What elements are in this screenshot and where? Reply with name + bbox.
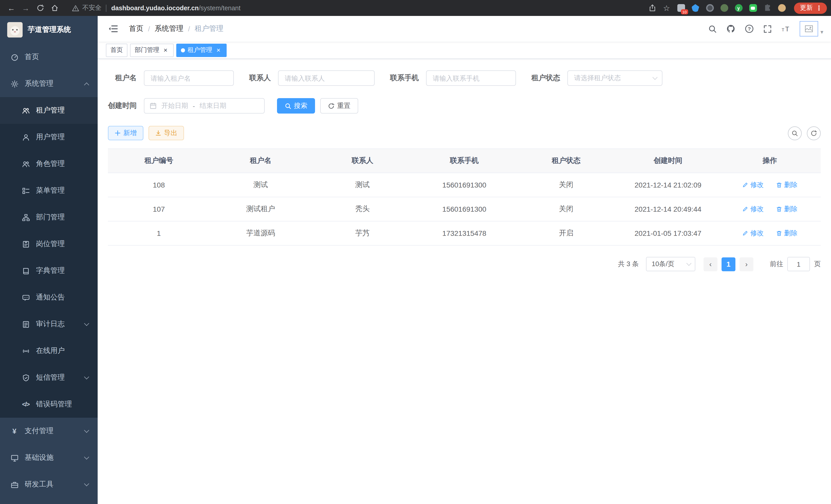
browser-address-bar[interactable]: 不安全 dashboard.yudao.iocoder.cn/system/te… [67, 1, 643, 14]
cell-status: 关闭 [515, 173, 617, 197]
extension-puzzle-icon[interactable] [763, 4, 772, 12]
font-size-icon[interactable]: TT [777, 24, 796, 33]
share-icon[interactable] [648, 4, 657, 12]
table-row: 107 测试租户 秃头 15601691300 关闭 2021-12-14 20… [108, 197, 821, 221]
sidebar-item-devtools[interactable]: 研发工具 [0, 471, 98, 498]
browser-reload-icon[interactable] [33, 1, 47, 14]
goto-label: 前往 [770, 260, 783, 269]
sidebar-item-label: 基础设施 [25, 453, 53, 463]
bookmark-star-icon[interactable]: ☆ [662, 4, 671, 12]
refresh-table-button[interactable] [807, 126, 821, 140]
page-button-1[interactable]: 1 [721, 257, 736, 271]
edit-link[interactable]: 修改 [742, 205, 764, 214]
extension-blue-shape [691, 4, 699, 12]
tab-label: 首页 [111, 46, 123, 55]
sidebar-item-pay[interactable]: ¥ 支付管理 [0, 418, 98, 444]
browser-back-icon[interactable]: ← [4, 1, 19, 14]
forward-icon: → [22, 4, 30, 12]
col-status: 租户状态 [515, 149, 617, 173]
kebab-menu-icon[interactable]: ⋮ [816, 4, 822, 12]
tab-label: 部门管理 [135, 46, 159, 55]
contact-input[interactable] [278, 70, 375, 86]
tab-dept[interactable]: 部门管理 × [130, 43, 174, 57]
sidebar-item-menu[interactable]: 菜单管理 [0, 177, 98, 204]
search-icon [792, 130, 798, 137]
reset-button[interactable]: 重置 [320, 98, 358, 114]
tab-home[interactable]: 首页 [106, 43, 127, 57]
next-page-button[interactable]: › [740, 257, 753, 271]
prev-page-button[interactable]: ‹ [704, 257, 717, 271]
tab-tenant[interactable]: 租户管理 × [176, 43, 227, 57]
dashboard-icon [10, 53, 19, 61]
close-icon[interactable]: × [215, 47, 222, 54]
browser-update-button[interactable]: 更新 ⋮ [794, 2, 827, 13]
navbar: 首页 / 系统管理 / 租户管理 ? [98, 16, 831, 41]
search-button-label: 搜索 [294, 101, 307, 111]
edit-link[interactable]: 修改 [742, 180, 764, 189]
sidebar-item-error-code[interactable]: </> 错误码管理 [0, 391, 98, 418]
delete-link[interactable]: 删除 [776, 229, 798, 238]
delete-link[interactable]: 删除 [776, 180, 798, 189]
sidebar-logo[interactable]: 芋道管理系统 [0, 16, 98, 44]
search-button[interactable]: 搜索 [277, 98, 315, 114]
add-button[interactable]: 新增 [108, 126, 143, 140]
chevron-down-icon [652, 75, 658, 80]
sidebar-item-audit-log[interactable]: 审计日志 [0, 311, 98, 337]
filter-tenant-name: 租户名 [108, 70, 234, 86]
delete-link[interactable]: 删除 [776, 205, 798, 214]
extension-blue-icon[interactable] [691, 4, 700, 12]
sidebar-fold-icon[interactable] [105, 24, 121, 34]
close-icon[interactable]: × [162, 47, 169, 54]
sidebar-item-home[interactable]: 首页 [0, 44, 98, 70]
extension-pin-icon[interactable]: 10 [677, 4, 685, 12]
date-range-picker[interactable]: 开始日期 - 结束日期 [144, 98, 265, 114]
extension-green-circle-icon[interactable] [720, 4, 728, 12]
filter-phone: 联系手机 [390, 70, 516, 86]
export-button[interactable]: 导出 [148, 126, 184, 140]
sidebar-item-online-user[interactable]: 在线用户 [0, 337, 98, 364]
cell-phone: 17321315478 [413, 221, 515, 245]
goto-unit-label: 页 [814, 260, 821, 269]
browser-home-icon[interactable] [47, 1, 62, 14]
sidebar-item-system[interactable]: 系统管理 [0, 70, 98, 97]
cell-tenant-name: 测试租户 [210, 197, 311, 221]
col-actions: 操作 [719, 149, 821, 173]
sidebar-item-user[interactable]: 用户管理 [0, 124, 98, 151]
sidebar-item-notice[interactable]: 通知公告 [0, 284, 98, 311]
sidebar-item-dict[interactable]: 字典管理 [0, 258, 98, 284]
sidebar-item-tenant[interactable]: 租户管理 [0, 97, 98, 124]
tenant-name-input[interactable] [144, 70, 234, 86]
fullscreen-icon[interactable] [759, 24, 777, 33]
search-icon [285, 102, 291, 109]
breadcrumb-section[interactable]: 系统管理 [155, 24, 183, 33]
plus-icon [115, 130, 121, 136]
sidebar-item-label: 部门管理 [36, 213, 65, 222]
toggle-search-button[interactable] [788, 126, 802, 140]
extension-y-icon[interactable]: y [734, 4, 743, 12]
edit-link[interactable]: 修改 [742, 229, 764, 238]
sidebar-item-sms[interactable]: 短信管理 [0, 364, 98, 391]
sidebar-item-dept[interactable]: 部门管理 [0, 204, 98, 231]
sidebar-item-label: 审计日志 [36, 320, 65, 329]
header-search-icon[interactable] [704, 24, 722, 33]
caret-down-icon[interactable]: ▾ [821, 29, 823, 36]
tenant-name-label: 租户名 [108, 73, 137, 83]
browser-forward-icon[interactable]: → [19, 1, 33, 14]
sidebar-item-role[interactable]: 角色管理 [0, 151, 98, 177]
goto-page-input[interactable] [787, 257, 810, 271]
sidebar-item-post[interactable]: 岗位管理 [0, 231, 98, 258]
date-start-placeholder: 开始日期 [161, 101, 188, 111]
extension-sphere-icon[interactable] [705, 4, 714, 12]
url-domain: dashboard.yudao.iocoder.cn [111, 4, 199, 11]
github-icon[interactable] [722, 24, 740, 33]
phone-input[interactable] [426, 70, 516, 86]
profile-avatar-icon[interactable] [777, 4, 786, 12]
page-size-select[interactable]: 10条/页 [646, 257, 695, 271]
help-icon[interactable]: ? [740, 24, 759, 33]
sidebar-item-infra[interactable]: 基础设施 [0, 444, 98, 471]
user-avatar[interactable] [800, 21, 819, 36]
status-select[interactable]: 请选择租户状态 [567, 70, 662, 86]
cell-actions: 修改 删除 [719, 221, 821, 245]
breadcrumb-home[interactable]: 首页 [129, 24, 143, 33]
extension-chat-icon[interactable] [748, 4, 757, 12]
